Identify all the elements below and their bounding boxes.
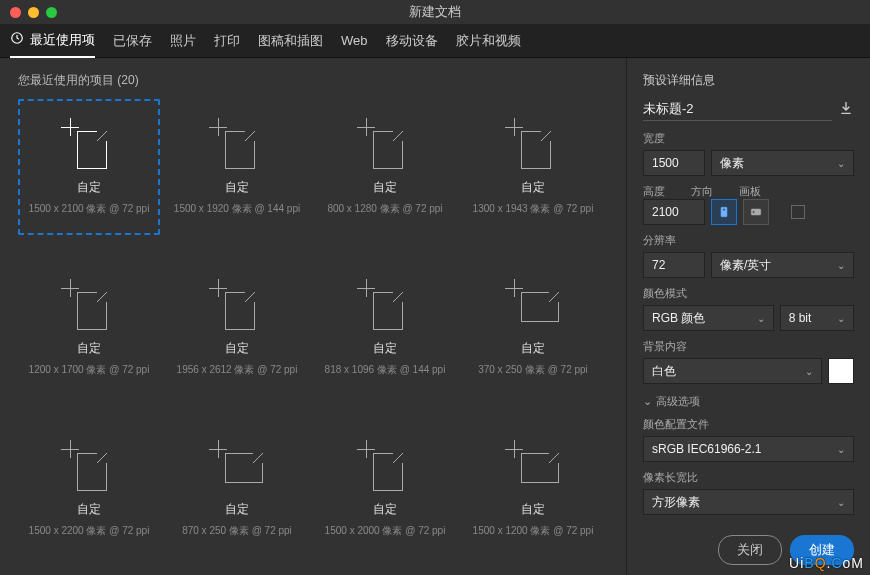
preset-item[interactable]: 自定1500 x 2100 像素 @ 72 ppi bbox=[18, 99, 160, 235]
chevron-down-icon: ⌄ bbox=[837, 497, 845, 508]
background-color-swatch[interactable] bbox=[828, 358, 854, 384]
svg-point-4 bbox=[753, 211, 755, 213]
recent-heading: 您最近使用的项目 (20) bbox=[18, 72, 626, 89]
close-button[interactable]: 关闭 bbox=[718, 535, 782, 565]
minimize-window-button[interactable] bbox=[28, 7, 39, 18]
preset-name: 自定 bbox=[373, 501, 397, 518]
resolution-unit-select[interactable]: 像素/英寸⌄ bbox=[711, 252, 854, 278]
preset-dimensions: 1200 x 1700 像素 @ 72 ppi bbox=[29, 363, 150, 377]
height-label: 高度 bbox=[643, 184, 665, 199]
document-icon bbox=[213, 441, 261, 493]
color-profile-select[interactable]: sRGB IEC61966-2.1⌄ bbox=[643, 436, 854, 462]
maximize-window-button[interactable] bbox=[46, 7, 57, 18]
document-name-input[interactable] bbox=[643, 97, 832, 121]
background-label: 背景内容 bbox=[643, 339, 854, 354]
svg-point-2 bbox=[723, 209, 725, 211]
document-icon bbox=[65, 441, 113, 493]
preset-item[interactable]: 自定1300 x 1943 像素 @ 72 ppi bbox=[462, 99, 604, 235]
chevron-down-icon: ⌄ bbox=[757, 313, 765, 324]
document-icon bbox=[65, 280, 113, 332]
resolution-label: 分辨率 bbox=[643, 233, 854, 248]
preset-dimensions: 1500 x 2200 像素 @ 72 ppi bbox=[29, 524, 150, 538]
colorbits-select[interactable]: 8 bit⌄ bbox=[780, 305, 854, 331]
preset-name: 自定 bbox=[521, 179, 545, 196]
chevron-down-icon: ⌄ bbox=[837, 313, 845, 324]
preset-dimensions: 1500 x 2100 像素 @ 72 ppi bbox=[29, 202, 150, 216]
preset-name: 自定 bbox=[373, 179, 397, 196]
preset-name: 自定 bbox=[521, 501, 545, 518]
document-icon bbox=[361, 119, 409, 171]
preset-dimensions: 1500 x 2000 像素 @ 72 ppi bbox=[325, 524, 446, 538]
preset-name: 自定 bbox=[521, 340, 545, 357]
tab-filmvideo[interactable]: 胶片和视频 bbox=[456, 24, 521, 58]
preset-item[interactable]: 自定370 x 250 像素 @ 72 ppi bbox=[462, 260, 604, 396]
preset-dimensions: 370 x 250 像素 @ 72 ppi bbox=[478, 363, 588, 377]
titlebar: 新建文档 bbox=[0, 0, 870, 24]
preset-name: 自定 bbox=[77, 179, 101, 196]
document-icon bbox=[213, 280, 261, 332]
tab-saved[interactable]: 已保存 bbox=[113, 24, 152, 58]
height-input[interactable] bbox=[643, 199, 705, 225]
preset-item[interactable]: 自定1200 x 1700 像素 @ 72 ppi bbox=[18, 260, 160, 396]
background-select[interactable]: 白色⌄ bbox=[643, 358, 822, 384]
window-controls bbox=[0, 7, 57, 18]
tab-art[interactable]: 图稿和插图 bbox=[258, 24, 323, 58]
tab-photo[interactable]: 照片 bbox=[170, 24, 196, 58]
pixel-aspect-label: 像素长宽比 bbox=[643, 470, 854, 485]
preset-dimensions: 818 x 1096 像素 @ 144 ppi bbox=[325, 363, 446, 377]
preset-dimensions: 1956 x 2612 像素 @ 72 ppi bbox=[177, 363, 298, 377]
preset-name: 自定 bbox=[225, 340, 249, 357]
orientation-label: 方向 bbox=[691, 184, 713, 199]
color-profile-label: 颜色配置文件 bbox=[643, 417, 854, 432]
details-title: 预设详细信息 bbox=[643, 72, 854, 89]
preset-name: 自定 bbox=[77, 501, 101, 518]
chevron-down-icon: ⌄ bbox=[837, 260, 845, 271]
width-input[interactable] bbox=[643, 150, 705, 176]
chevron-down-icon: ⌄ bbox=[837, 158, 845, 169]
tab-label: 最近使用项 bbox=[30, 31, 95, 49]
colormode-select[interactable]: RGB 颜色⌄ bbox=[643, 305, 774, 331]
document-icon bbox=[213, 119, 261, 171]
create-button[interactable]: 创建 bbox=[790, 535, 854, 565]
recent-icon bbox=[10, 31, 24, 48]
preset-item[interactable]: 自定1956 x 2612 像素 @ 72 ppi bbox=[166, 260, 308, 396]
width-label: 宽度 bbox=[643, 131, 854, 146]
preset-item[interactable]: 自定818 x 1096 像素 @ 144 ppi bbox=[314, 260, 456, 396]
document-icon bbox=[361, 441, 409, 493]
category-tabs: 最近使用项 已保存 照片 打印 图稿和插图 Web 移动设备 胶片和视频 bbox=[0, 24, 870, 58]
preset-item[interactable]: 自定1500 x 2000 像素 @ 72 ppi bbox=[314, 421, 456, 557]
preset-name: 自定 bbox=[225, 501, 249, 518]
preset-item[interactable]: 自定1500 x 2200 像素 @ 72 ppi bbox=[18, 421, 160, 557]
save-preset-icon[interactable] bbox=[838, 100, 854, 119]
pixel-aspect-select[interactable]: 方形像素⌄ bbox=[643, 489, 854, 515]
document-icon bbox=[65, 119, 113, 171]
window-title: 新建文档 bbox=[0, 3, 870, 21]
tab-mobile[interactable]: 移动设备 bbox=[386, 24, 438, 58]
chevron-down-icon: ⌄ bbox=[805, 366, 813, 377]
preset-item[interactable]: 自定1500 x 1920 像素 @ 144 ppi bbox=[166, 99, 308, 235]
orientation-landscape-button[interactable] bbox=[743, 199, 769, 225]
tab-recent[interactable]: 最近使用项 bbox=[10, 24, 95, 58]
preset-item[interactable]: 自定800 x 1280 像素 @ 72 ppi bbox=[314, 99, 456, 235]
tab-web[interactable]: Web bbox=[341, 24, 368, 58]
preset-details-panel: 预设详细信息 宽度 像素⌄ 高度 方向 画板 bbox=[626, 58, 870, 575]
document-icon bbox=[509, 441, 557, 493]
preset-grid: 自定1500 x 2100 像素 @ 72 ppi自定1500 x 1920 像… bbox=[18, 99, 626, 575]
preset-dimensions: 1300 x 1943 像素 @ 72 ppi bbox=[473, 202, 594, 216]
colormode-label: 颜色模式 bbox=[643, 286, 854, 301]
resolution-input[interactable] bbox=[643, 252, 705, 278]
document-icon bbox=[361, 280, 409, 332]
width-unit-select[interactable]: 像素⌄ bbox=[711, 150, 854, 176]
dialog-footer: 关闭 创建 bbox=[718, 535, 854, 565]
artboard-checkbox[interactable] bbox=[791, 205, 805, 219]
chevron-down-icon: ⌄ bbox=[837, 444, 845, 455]
preset-dimensions: 800 x 1280 像素 @ 72 ppi bbox=[327, 202, 442, 216]
document-icon bbox=[509, 280, 557, 332]
advanced-toggle[interactable]: ⌄ 高级选项 bbox=[643, 394, 854, 409]
preset-item[interactable]: 自定1500 x 1200 像素 @ 72 ppi bbox=[462, 421, 604, 557]
tab-print[interactable]: 打印 bbox=[214, 24, 240, 58]
preset-item[interactable]: 自定870 x 250 像素 @ 72 ppi bbox=[166, 421, 308, 557]
orientation-portrait-button[interactable] bbox=[711, 199, 737, 225]
close-window-button[interactable] bbox=[10, 7, 21, 18]
preset-dimensions: 1500 x 1920 像素 @ 144 ppi bbox=[174, 202, 300, 216]
